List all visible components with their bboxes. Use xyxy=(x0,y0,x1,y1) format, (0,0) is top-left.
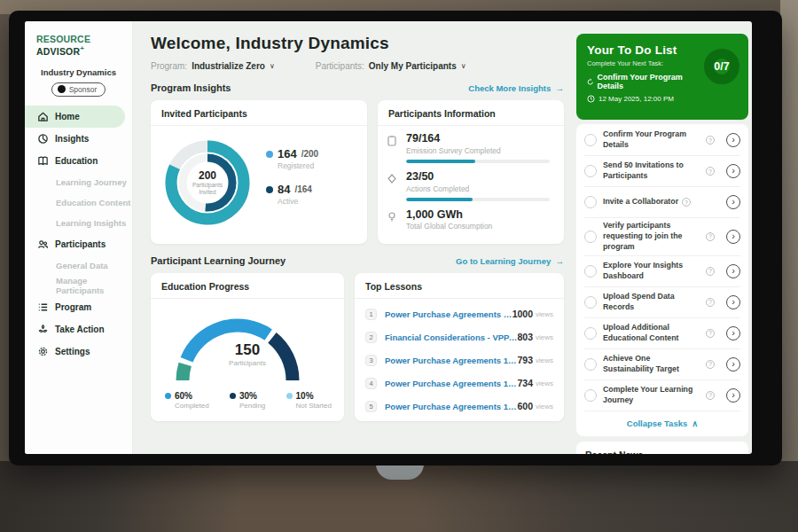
task-checkbox[interactable] xyxy=(584,165,597,177)
sidebar: RESOURCE ADVISOR+ Industry Dynamics Spon… xyxy=(25,21,133,454)
help-icon[interactable]: ? xyxy=(706,329,715,338)
lesson-link[interactable]: Power Purchase Agreements 101 xyxy=(385,356,517,365)
task-row[interactable]: Complete Your Learning Journey ? › xyxy=(584,380,740,411)
learning-journey-header: Participant Learning Journey Go to Learn… xyxy=(151,255,564,266)
task-checkbox[interactable] xyxy=(584,327,597,340)
chevron-up-icon: ∧ xyxy=(692,419,698,428)
invited-donut-chart: 200 Participants Invited xyxy=(158,133,257,232)
chevron-right-icon[interactable]: › xyxy=(726,133,740,147)
lesson-row: 4 Power Purchase Agreements 102 734views xyxy=(365,372,553,395)
participants-dropdown[interactable]: Participants: Only My Participants ∨ xyxy=(316,61,466,71)
task-checkbox[interactable] xyxy=(584,296,597,309)
education-progress-card: Education Progress 150 Participants 60% … xyxy=(151,273,344,421)
chevron-right-icon[interactable]: › xyxy=(726,326,740,340)
task-row[interactable]: Achieve One Sustainability Target ? › xyxy=(584,349,740,380)
clock-icon xyxy=(587,95,595,103)
task-checkbox[interactable] xyxy=(584,358,597,371)
task-row[interactable]: Send 50 Invitations to Participants ? › xyxy=(584,156,740,187)
refresh-icon xyxy=(587,78,593,86)
monitor-bezel: RESOURCE ADVISOR+ Industry Dynamics Spon… xyxy=(9,11,782,466)
rank-badge: 4 xyxy=(365,378,377,389)
help-icon[interactable]: ? xyxy=(706,267,715,276)
education-legend: 60% Completed 30% Pending 10% Not Starte… xyxy=(151,384,344,410)
actions-icon xyxy=(387,171,399,201)
sidebar-item-take-action[interactable]: Take Action xyxy=(25,318,132,340)
help-icon[interactable]: ? xyxy=(706,167,715,176)
task-checkbox[interactable] xyxy=(584,134,597,146)
section-title: Participant Learning Journey xyxy=(151,255,286,266)
sidebar-item-insights[interactable]: Insights xyxy=(25,128,132,150)
rank-badge: 5 xyxy=(365,401,377,412)
sidebar-item-participants[interactable]: Participants xyxy=(25,233,132,255)
task-row[interactable]: Explore Your Insights Dashboard ? › xyxy=(584,256,740,287)
task-checkbox[interactable] xyxy=(584,196,597,208)
sidebar-item-program[interactable]: Program xyxy=(25,296,132,318)
program-dropdown[interactable]: Program: Industrialize Zero ∨ xyxy=(151,61,275,71)
not-started-dot xyxy=(286,393,293,399)
chevron-right-icon[interactable]: › xyxy=(726,357,740,372)
check-more-insights-link[interactable]: Check More Insights → xyxy=(468,83,564,93)
card-title: Participants Information xyxy=(378,100,564,126)
lesson-link[interactable]: Power Purchase Agreements 103 xyxy=(385,402,517,411)
help-icon[interactable]: ? xyxy=(706,298,715,307)
invited-legend: 164/200 Registered 84/164 Active xyxy=(266,147,318,218)
sidebar-item-settings[interactable]: Settings xyxy=(25,340,132,363)
task-row[interactable]: Confirm Your Program Details ? › xyxy=(584,125,740,156)
collapse-tasks-link[interactable]: Collapse Tasks∧ xyxy=(584,411,740,435)
todo-progress-ring: 0/7 xyxy=(704,49,739,84)
rank-badge: 3 xyxy=(365,355,377,366)
card-title: Top Lessons xyxy=(355,273,564,299)
program-insights-header: Program Insights Check More Insights → xyxy=(151,82,564,93)
lesson-link[interactable]: Power Purchase Agreements 101 xyxy=(385,309,512,319)
chevron-right-icon[interactable]: › xyxy=(726,388,740,403)
chevron-right-icon[interactable]: › xyxy=(726,164,740,178)
lesson-row: 1 Power Purchase Agreements 101 1000view… xyxy=(365,302,553,325)
task-checkbox[interactable] xyxy=(584,389,597,402)
card-title: Invited Participants xyxy=(151,100,367,126)
lesson-row: 5 Power Purchase Agreements 103 600views xyxy=(365,395,553,418)
sidebar-item-education[interactable]: Education xyxy=(25,150,132,172)
arrow-right-icon: → xyxy=(556,256,565,266)
task-row[interactable]: Verify participants requesting to join t… xyxy=(584,218,740,256)
help-icon[interactable]: ? xyxy=(706,136,715,145)
task-checkbox[interactable] xyxy=(584,265,597,278)
help-icon[interactable]: ? xyxy=(706,391,715,400)
sponsor-icon xyxy=(58,85,66,93)
sidebar-item-manage-participants[interactable]: Manage Participants xyxy=(25,276,132,296)
chevron-right-icon[interactable]: › xyxy=(726,295,740,309)
people-icon xyxy=(37,239,49,250)
book-icon xyxy=(37,155,49,167)
task-row[interactable]: Invite a Collaborator ? › xyxy=(584,187,740,218)
pending-dot xyxy=(230,393,236,399)
task-row[interactable]: Upload Spend Data Records ? › xyxy=(584,287,740,318)
sidebar-item-home[interactable]: Home xyxy=(25,106,125,128)
arrow-right-icon: → xyxy=(556,83,565,93)
lesson-row: 3 Power Purchase Agreements 101 793views xyxy=(365,348,553,372)
invited-participants-card: Invited Participants 200 Participants In… xyxy=(151,100,367,244)
chevron-right-icon[interactable]: › xyxy=(726,195,740,209)
active-dot xyxy=(266,186,273,193)
sidebar-item-learning-insights[interactable]: Learning Insights xyxy=(25,213,132,233)
sidebar-item-education-content[interactable]: Education Content xyxy=(25,192,132,213)
gauge-center-label: Participants xyxy=(151,359,344,367)
task-row[interactable]: Upload Additional Educational Content ? … xyxy=(584,318,740,349)
sidebar-item-learning-journey[interactable]: Learning Journey xyxy=(25,172,132,192)
help-icon[interactable]: ? xyxy=(682,198,691,207)
lesson-link[interactable]: Power Purchase Agreements 102 xyxy=(385,379,517,388)
gauge-center-value: 150 xyxy=(151,341,344,359)
todo-column: Your To Do List Complete Your Next Task:… xyxy=(576,21,752,454)
help-icon[interactable]: ? xyxy=(706,360,715,369)
chevron-right-icon[interactable]: › xyxy=(726,230,740,244)
help-icon[interactable]: ? xyxy=(706,232,715,241)
chevron-right-icon[interactable]: › xyxy=(726,264,740,278)
lesson-link[interactable]: Financial Considerations - VPPAs xyxy=(385,332,517,342)
rank-badge: 2 xyxy=(365,332,377,343)
hand-icon xyxy=(37,324,49,335)
list-icon xyxy=(37,301,49,313)
task-checkbox[interactable] xyxy=(584,231,597,243)
chevron-down-icon: ∨ xyxy=(270,62,275,70)
sidebar-item-general-data[interactable]: General Data xyxy=(25,255,132,276)
go-to-learning-journey-link[interactable]: Go to Learning Journey → xyxy=(456,256,564,266)
donut-center-value: 200 xyxy=(199,169,216,182)
page-title: Welcome, Industry Dynamics xyxy=(151,34,564,53)
